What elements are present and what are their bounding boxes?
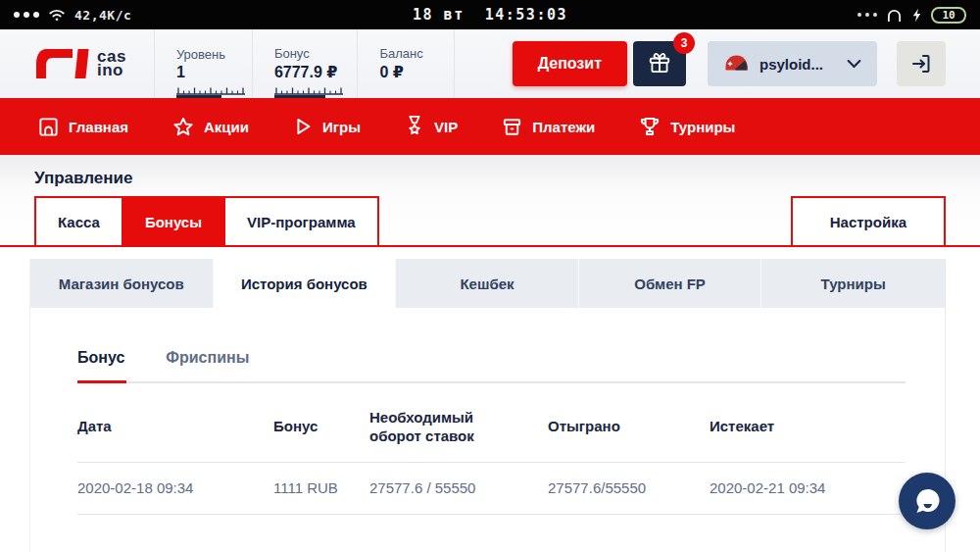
nav-item-tournaments[interactable]: Турниры — [638, 115, 735, 138]
table-row: 2020-02-18 09:34 1111 RUB 27577.6 / 5555… — [77, 463, 906, 515]
casino-logo[interactable]: casino — [0, 29, 154, 98]
bonus-progress-ruler — [274, 86, 343, 98]
username: psyloid... — [760, 56, 823, 73]
bonus-history-panel: Бонус Фриспины Дата Бонус Необходимый об… — [30, 308, 945, 515]
stat-level-value: 1 — [176, 64, 232, 81]
stat-bonus: Бонус 6777.9 ₽ — [252, 29, 358, 98]
medal-icon — [404, 115, 425, 138]
logo-wordmark: casino — [97, 50, 126, 77]
trophy-icon — [638, 115, 662, 138]
nav-item-home[interactable]: Главная — [37, 116, 128, 138]
sub-tab-bar: Магазин бонусов История бонусов Кешбек О… — [30, 259, 945, 308]
level-progress-ruler — [176, 86, 245, 98]
col-header-bonus: Бонус — [273, 418, 369, 436]
logout-button[interactable] — [897, 41, 946, 86]
gift-badge: 3 — [673, 32, 695, 54]
nav-item-games[interactable]: Игры — [292, 116, 361, 137]
chat-bubble-icon — [911, 485, 943, 517]
stat-level: Уровень 1 — [154, 29, 252, 98]
avatar-helmet-icon — [723, 51, 750, 76]
main-navigation: Главная Акции Игры VIP — [0, 98, 980, 155]
active-tab-underline — [77, 380, 126, 383]
stat-balance-label: Баланс — [379, 46, 434, 61]
page-content: Управление Касса Бонусы VIP-программа На… — [0, 155, 980, 552]
gift-button[interactable]: 3 — [633, 41, 686, 86]
col-header-date: Дата — [77, 418, 273, 436]
star-icon — [172, 116, 195, 138]
innertab-bonus[interactable]: Бонус — [77, 349, 124, 367]
table-header-row: Дата Бонус Необходимый оборот ставок Оты… — [77, 383, 906, 463]
status-datetime: 18 вт 14:53:03 — [0, 6, 980, 24]
chat-widget-button[interactable] — [899, 473, 956, 529]
user-menu[interactable]: psyloid... — [708, 41, 877, 86]
nav-item-vip[interactable]: VIP — [404, 115, 458, 138]
deposit-button[interactable]: Депозит — [513, 41, 627, 86]
col-header-wagered: Отыграно — [548, 418, 710, 436]
tab-cashier[interactable]: Касса — [34, 196, 123, 247]
nav-label: VIP — [434, 119, 458, 135]
stat-balance-value: 0 ₽ — [379, 63, 434, 81]
subtab-bonus-shop[interactable]: Магазин бонусов — [30, 259, 214, 308]
cell-date: 2020-02-18 09:34 — [77, 479, 273, 496]
cell-wagered: 27577.6/55550 — [548, 479, 710, 496]
tab-bonuses[interactable]: Бонусы — [122, 196, 225, 247]
chevron-down-icon — [847, 59, 861, 69]
nav-label: Платежи — [532, 119, 595, 135]
innertab-freespins[interactable]: Фриспины — [166, 349, 249, 367]
play-icon — [292, 116, 314, 137]
nav-label: Главная — [69, 119, 128, 135]
stat-bonus-label: Бонус — [274, 46, 338, 61]
page-title: Управление — [34, 169, 980, 188]
subtab-cashback[interactable]: Кешбек — [396, 259, 579, 308]
tab-settings[interactable]: Настройка — [791, 196, 946, 247]
subtab-tournaments[interactable]: Турниры — [761, 259, 945, 308]
tab-vip-program[interactable]: VIP-программа — [223, 196, 379, 247]
cell-required-turnover: 27577.6 / 55550 — [369, 479, 548, 496]
nav-item-payments[interactable]: Платежи — [501, 116, 595, 138]
gift-icon — [647, 51, 672, 76]
home-icon — [37, 116, 60, 138]
subtab-bonus-history[interactable]: История бонусов — [214, 259, 397, 308]
stat-bonus-value: 6777.9 ₽ — [274, 63, 338, 81]
cell-expires: 2020-02-21 09:34 — [710, 479, 906, 496]
nav-label: Акции — [204, 119, 249, 135]
main-tab-bar: Касса Бонусы VIP-программа Настройка — [0, 196, 980, 247]
nav-label: Игры — [322, 119, 361, 135]
header-actions: Депозит 3 psyloid... — [513, 29, 980, 98]
bonuses-card: Магазин бонусов История бонусов Кешбек О… — [29, 259, 946, 552]
site-header: casino Уровень 1 Бонус 6777.9 ₽ Ба — [0, 29, 980, 98]
nav-label: Турниры — [670, 119, 735, 135]
f1-logo-icon — [34, 44, 91, 83]
subtab-fp-exchange[interactable]: Обмен FP — [579, 259, 762, 308]
stat-balance: Баланс 0 ₽ — [357, 29, 455, 98]
nav-item-promotions[interactable]: Акции — [172, 116, 249, 138]
payments-icon — [501, 116, 523, 138]
col-header-expires: Истекает — [710, 418, 906, 436]
cell-bonus: 1111 RUB — [273, 479, 369, 496]
col-header-required-turnover: Необходимый оборот ставок — [369, 409, 516, 446]
stat-level-label: Уровень — [176, 47, 232, 62]
logout-icon — [909, 52, 933, 75]
inner-tab-bar: Бонус Фриспины — [77, 349, 906, 383]
status-bar: 42,4K/c 18 вт 14:53:03 10 — [0, 0, 980, 29]
